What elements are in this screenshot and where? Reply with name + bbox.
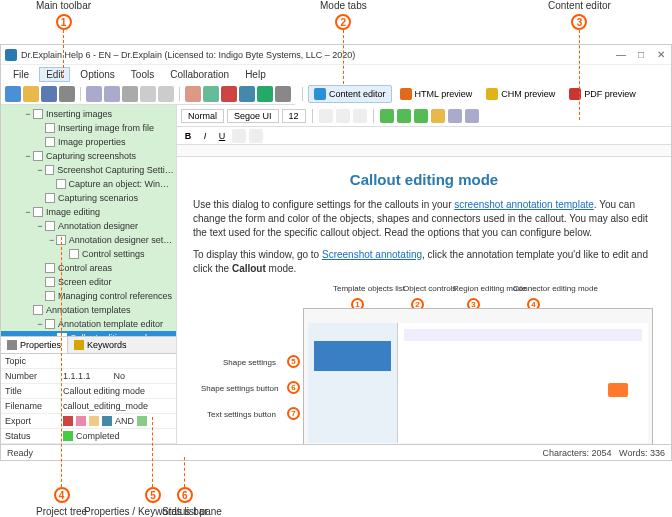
print-icon[interactable] — [59, 86, 75, 102]
window-title: Dr.Explain Help 6 - EN – Dr.Explain (Lic… — [21, 50, 615, 60]
undo-icon[interactable] — [86, 86, 102, 102]
align-left-icon[interactable] — [319, 109, 333, 123]
bold-icon[interactable]: B — [181, 129, 195, 143]
export-chm-icon[interactable] — [203, 86, 219, 102]
callout-4: Project tree 4 — [36, 237, 87, 517]
mini-label: Shape settings — [223, 358, 276, 367]
content-editor-icon — [314, 88, 326, 100]
project-tree[interactable]: −Inserting imagesInserting image from fi… — [1, 105, 176, 336]
tree-node[interactable]: Managing control references — [1, 289, 176, 303]
mini-bubble: 6 — [287, 381, 300, 394]
close-button[interactable]: ✕ — [655, 49, 667, 61]
export-icon[interactable] — [257, 86, 273, 102]
chm-preview-icon — [486, 88, 498, 100]
save-icon[interactable] — [41, 86, 57, 102]
tree-node[interactable]: −Inserting images — [1, 107, 176, 121]
redo-icon[interactable] — [104, 86, 120, 102]
style-select[interactable]: Normal — [181, 109, 224, 123]
tree-node[interactable]: −Annotation designer settings — [1, 233, 176, 247]
tree-node[interactable]: −Annotation designer — [1, 219, 176, 233]
underline-icon[interactable]: U — [215, 129, 229, 143]
tree-node[interactable]: Capture an object: Win32 Se — [1, 177, 176, 191]
menu-file[interactable]: File — [7, 68, 35, 81]
mini-bubble: 7 — [287, 407, 300, 420]
tree-node[interactable]: Capturing scenarios — [1, 191, 176, 205]
callout-bubble: 4 — [54, 487, 70, 503]
menu-help[interactable]: Help — [239, 68, 272, 81]
content-editor: Normal Segoe UI 12 B I U — [177, 105, 671, 444]
font-select[interactable]: Segoe UI — [227, 109, 279, 123]
insert-image-icon[interactable] — [380, 109, 394, 123]
format-toolbar-2: B I U — [177, 127, 671, 145]
callout-bubble: 3 — [571, 14, 587, 30]
export-pdf-icon[interactable] — [221, 86, 237, 102]
mini-label: Shape settings button — [201, 384, 278, 393]
tree-node[interactable]: −Annotation template editor — [1, 317, 176, 331]
cut-icon[interactable] — [122, 86, 138, 102]
tree-node[interactable]: Image properties — [1, 135, 176, 149]
status-words: 336 — [650, 448, 665, 458]
link-screenshot-annotating[interactable]: Screenshot annotating — [322, 249, 422, 260]
maximize-button[interactable]: □ — [635, 49, 647, 61]
link-annotation-template[interactable]: screenshot annotation template — [454, 199, 594, 210]
callout-bubble: 5 — [145, 487, 161, 503]
tree-node[interactable]: −Capturing screenshots — [1, 149, 176, 163]
properties-tabs: Properties Keywords — [1, 336, 176, 354]
callout-1: Main toolbar 1 — [36, 0, 91, 78]
document-body[interactable]: Callout editing mode Use this dialog to … — [177, 157, 671, 444]
status-ready: Ready — [7, 448, 33, 458]
copy-icon[interactable] — [140, 86, 156, 102]
callout-label: Project tree — [36, 506, 87, 517]
properties-icon — [7, 340, 17, 350]
insert-variable-icon[interactable] — [465, 109, 479, 123]
paste-icon[interactable] — [158, 86, 174, 102]
doc-paragraph: To display this window, go to Screenshot… — [193, 248, 655, 276]
mini-label: Template objects list — [333, 284, 405, 293]
tree-node[interactable]: Control areas — [1, 261, 176, 275]
status-chars-label: Characters: — [543, 448, 590, 458]
tree-node[interactable]: −Screenshot Capturing Settings — [1, 163, 176, 177]
callout-bubble: 1 — [56, 14, 72, 30]
tree-node[interactable]: Screen editor — [1, 275, 176, 289]
size-select[interactable]: 12 — [282, 109, 306, 123]
menu-collaboration[interactable]: Collaboration — [164, 68, 235, 81]
tree-node[interactable]: Inserting image from file — [1, 121, 176, 135]
callout-label: Status bar — [162, 506, 208, 517]
minimize-button[interactable]: — — [615, 49, 627, 61]
new-icon[interactable] — [5, 86, 21, 102]
tree-node[interactable]: Control settings — [1, 247, 176, 261]
callout-bubble: 6 — [177, 487, 193, 503]
tree-node[interactable]: Annotation templates — [1, 303, 176, 317]
status-words-label: Words: — [619, 448, 647, 458]
open-icon[interactable] — [23, 86, 39, 102]
insert-video-icon[interactable] — [414, 109, 428, 123]
callout-2: Mode tabs 2 — [320, 0, 367, 84]
mode-html-preview[interactable]: HTML preview — [394, 85, 479, 103]
callout-label: Mode tabs — [320, 0, 367, 11]
export-word-icon[interactable] — [239, 86, 255, 102]
highlight-icon[interactable] — [249, 129, 263, 143]
italic-icon[interactable]: I — [198, 129, 212, 143]
doc-heading: Callout editing mode — [193, 171, 655, 188]
embedded-screenshot — [303, 308, 653, 444]
html-preview-icon — [400, 88, 412, 100]
tree-node[interactable]: −Image editing — [1, 205, 176, 219]
sidebar: −Inserting imagesInserting image from fi… — [1, 105, 177, 444]
mini-bubble: 5 — [287, 355, 300, 368]
settings-icon[interactable] — [275, 86, 291, 102]
export-html-icon[interactable] — [185, 86, 201, 102]
callout-label: Main toolbar — [36, 0, 91, 11]
insert-link-icon[interactable] — [431, 109, 445, 123]
main-toolbar — [1, 83, 295, 105]
callout-3: Content editor 3 — [548, 0, 611, 120]
color-icon[interactable] — [232, 129, 246, 143]
callout-6: Status bar 6 — [162, 457, 208, 517]
doc-paragraph: Use this dialog to configure settings fo… — [193, 198, 655, 240]
align-right-icon[interactable] — [353, 109, 367, 123]
menu-tools[interactable]: Tools — [125, 68, 160, 81]
insert-screenshot-icon[interactable] — [397, 109, 411, 123]
ruler[interactable] — [177, 145, 671, 157]
insert-table-icon[interactable] — [448, 109, 462, 123]
mode-content-editor[interactable]: Content editor — [308, 85, 392, 103]
align-center-icon[interactable] — [336, 109, 350, 123]
